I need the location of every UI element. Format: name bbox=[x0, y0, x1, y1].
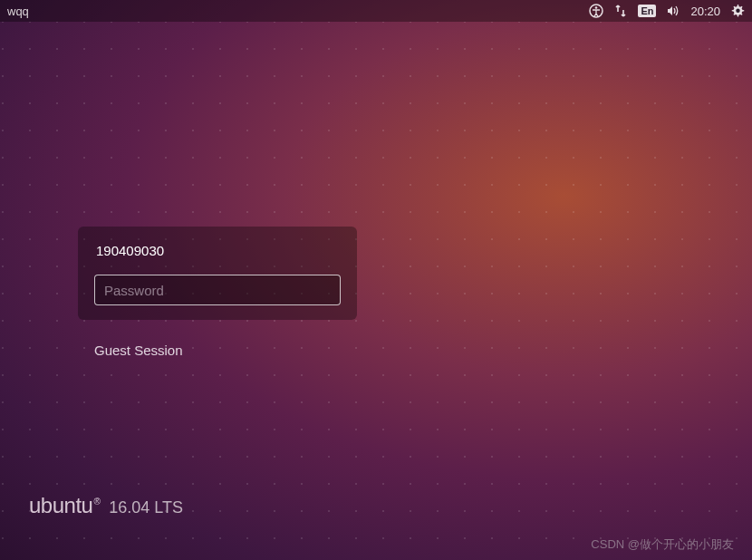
clock[interactable]: 20:20 bbox=[690, 5, 720, 18]
svg-point-2 bbox=[736, 9, 739, 13]
password-input[interactable] bbox=[94, 275, 341, 305]
language-indicator[interactable]: En bbox=[638, 5, 656, 17]
branding: ubuntu® 16.04 LTS bbox=[29, 493, 183, 518]
gear-icon[interactable] bbox=[730, 4, 745, 18]
brand-symbol: ® bbox=[93, 497, 100, 507]
brand-version: 16.04 LTS bbox=[109, 498, 183, 517]
brand-name: ubuntu® bbox=[29, 493, 100, 518]
hostname-label: wqq bbox=[7, 5, 29, 18]
svg-point-1 bbox=[595, 6, 598, 9]
guest-session-button[interactable]: Guest Session bbox=[94, 343, 183, 358]
network-icon[interactable] bbox=[613, 4, 628, 18]
top-panel-right: En 20:20 bbox=[589, 4, 745, 18]
accessibility-icon[interactable] bbox=[589, 4, 603, 18]
watermark: CSDN @做个开心的小朋友 bbox=[591, 536, 734, 553]
brand-text: ubuntu bbox=[29, 493, 92, 517]
top-panel-left: wqq bbox=[7, 5, 29, 18]
login-box: 190409030 bbox=[78, 227, 357, 320]
top-panel: wqq En 20:20 bbox=[0, 0, 752, 22]
volume-icon[interactable] bbox=[666, 4, 680, 18]
username-label: 190409030 bbox=[94, 243, 341, 258]
